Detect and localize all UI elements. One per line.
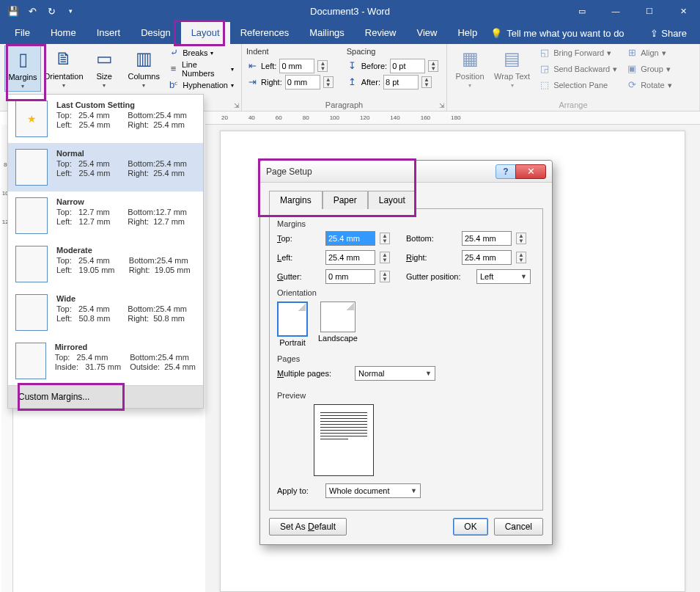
hyphenation-icon: bᶜ	[168, 79, 180, 91]
share-label: Share	[661, 28, 687, 39]
margins-option-normal[interactable]: Normal Top: 25.4 mmBottom:25.4 mm Left: …	[8, 143, 203, 191]
ok-button[interactable]: OK	[453, 518, 487, 536]
menu-view[interactable]: View	[406, 22, 447, 44]
section-orientation: Orientation	[277, 288, 535, 297]
margin-preset-title: Last Custom Setting	[56, 101, 196, 109]
bring-forward-label: Bring Forward	[553, 48, 604, 57]
menu-home[interactable]: Home	[40, 22, 86, 44]
spinner[interactable]: ▲▼	[323, 76, 334, 88]
section-preview: Preview	[277, 391, 535, 400]
spinner[interactable]: ▲▼	[516, 233, 526, 244]
redo-icon[interactable]: ↻	[43, 2, 60, 20]
selection-pane-label: Selection Pane	[553, 81, 608, 89]
breaks-button[interactable]: ⤶Breaks ▾	[165, 45, 237, 60]
line-numbers-button[interactable]: ≡Line Numbers ▾	[165, 62, 237, 76]
top-input[interactable]	[325, 231, 375, 246]
gutter-input[interactable]	[325, 269, 375, 284]
help-icon[interactable]: ?	[495, 164, 516, 179]
tell-me-search[interactable]: 💡 Tell me what you want to do	[490, 28, 624, 39]
menu-mailings[interactable]: Mailings	[299, 22, 355, 44]
menu-references[interactable]: References	[230, 22, 299, 44]
wrap-text-button: ▤ Wrap Text ▾	[491, 45, 533, 90]
space-before-label: Before:	[361, 62, 387, 70]
minimize-icon[interactable]: —	[599, 0, 633, 22]
line-numbers-icon: ≡	[168, 63, 179, 75]
margin-preset-title: Narrow	[56, 197, 196, 206]
margins-option-wide[interactable]: Wide Top: 25.4 mmBottom:25.4 mm Left: 50…	[8, 288, 203, 337]
menu-help[interactable]: Help	[447, 22, 487, 44]
selection-pane-button[interactable]: ⬚Selection Pane	[536, 78, 620, 92]
right-input[interactable]	[462, 250, 512, 265]
close-icon[interactable]: ✕	[666, 0, 700, 22]
space-before-input[interactable]	[390, 59, 425, 73]
menu-review[interactable]: Review	[355, 22, 407, 44]
margins-option-last-custom-setting[interactable]: Last Custom Setting Top: 25.4 mmBottom:2…	[8, 95, 203, 143]
wrap-text-label: Wrap Text	[494, 72, 530, 81]
size-icon: ▭	[92, 47, 116, 70]
orientation-button[interactable]: 🗎 Orientation ▾	[44, 45, 83, 90]
landscape-label: Landscape	[318, 334, 358, 343]
position-icon: ▦	[458, 47, 482, 70]
rotate-label: Rotate	[641, 81, 664, 89]
breaks-label: Breaks	[183, 48, 207, 57]
gutter-label: Gutter:	[277, 272, 321, 281]
left-input[interactable]	[325, 250, 375, 265]
share-button[interactable]: ⇪ Share	[641, 28, 696, 39]
cancel-button[interactable]: Cancel	[494, 518, 543, 536]
spinner[interactable]: ▲▼	[421, 76, 432, 88]
spinner[interactable]: ▲▼	[380, 233, 390, 244]
menu-file[interactable]: File	[4, 22, 40, 44]
share-icon: ⇪	[650, 28, 658, 39]
gutter-position-select[interactable]: Left▼	[476, 269, 531, 284]
section-pages: Pages	[277, 354, 535, 363]
spinner[interactable]: ▲▼	[317, 60, 328, 72]
spinner[interactable]: ▲▼	[380, 271, 390, 282]
bottom-input[interactable]	[462, 231, 512, 246]
undo-icon[interactable]: ↶	[23, 2, 41, 20]
space-after-input[interactable]	[383, 75, 419, 89]
indent-right-input[interactable]	[285, 75, 320, 89]
indent-left-input[interactable]	[279, 59, 314, 73]
columns-icon: ▥	[132, 47, 155, 70]
menu-insert[interactable]: Insert	[86, 22, 131, 44]
qat-dropdown-icon[interactable]: ▾	[62, 2, 79, 20]
margin-preset-icon	[15, 294, 48, 331]
tab-panel-margins: Margins Top: ▲▼ Bottom: ▲▼ Left: ▲▼ Righ…	[269, 208, 543, 511]
multiple-pages-select[interactable]: Normal▼	[355, 366, 435, 381]
margins-option-narrow[interactable]: Narrow Top: 12.7 mmBottom:12.7 mm Left: …	[8, 191, 203, 240]
ribbon-options-icon[interactable]: ▭	[565, 0, 599, 22]
chevron-down-icon: ▾	[511, 82, 514, 89]
portrait-button[interactable]: Portrait	[277, 302, 308, 347]
menu-layout[interactable]: Layout	[181, 22, 230, 44]
spinner[interactable]: ▲▼	[428, 60, 438, 72]
orientation-label: Orientation	[44, 72, 84, 81]
dialog-launcher-icon[interactable]: ⇲	[234, 102, 240, 109]
multiple-pages-label: Multiple pages:	[277, 369, 350, 378]
spinner[interactable]: ▲▼	[380, 252, 390, 263]
gutter-position-label: Gutter position:	[406, 272, 472, 281]
margins-option-moderate[interactable]: Moderate Top: 25.4 mmBottom:25.4 mm Left…	[8, 240, 203, 288]
menu-design[interactable]: Design	[130, 22, 180, 44]
apply-to-select[interactable]: Whole document▼	[325, 483, 421, 498]
indent-right-label: Right:	[261, 78, 282, 87]
hyphenation-label: Hyphenation	[183, 81, 228, 89]
section-margins: Margins	[277, 219, 535, 228]
dialog-launcher-icon[interactable]: ⇲	[439, 102, 445, 109]
close-icon[interactable]: ✕	[515, 164, 546, 179]
hyphenation-button[interactable]: bᶜHyphenation ▾	[165, 78, 237, 92]
margin-preset-icon	[15, 343, 46, 379]
preview-icon	[314, 404, 374, 476]
columns-button[interactable]: ▥ Columns ▾	[125, 45, 162, 90]
horizontal-ruler[interactable]: 20406080100120140160180	[205, 112, 700, 125]
indent-left-icon: ⇤	[246, 60, 258, 72]
maximize-icon[interactable]: ☐	[633, 0, 666, 22]
size-button[interactable]: ▭ Size ▾	[86, 45, 122, 90]
top-label: Top:	[277, 234, 321, 243]
bring-forward-icon: ◱	[539, 47, 550, 59]
margins-option-mirrored[interactable]: Mirrored Top: 25.4 mmBottom:25.4 mm Insi…	[8, 337, 203, 385]
spinner[interactable]: ▲▼	[516, 252, 526, 263]
set-default-button[interactable]: Set As Default	[269, 518, 347, 536]
save-icon[interactable]: 💾	[4, 2, 22, 20]
landscape-button[interactable]: Landscape	[318, 302, 358, 347]
title-bar: 💾 ↶ ↻ ▾ Document3 - Word ▭ — ☐ ✕	[0, 0, 700, 22]
